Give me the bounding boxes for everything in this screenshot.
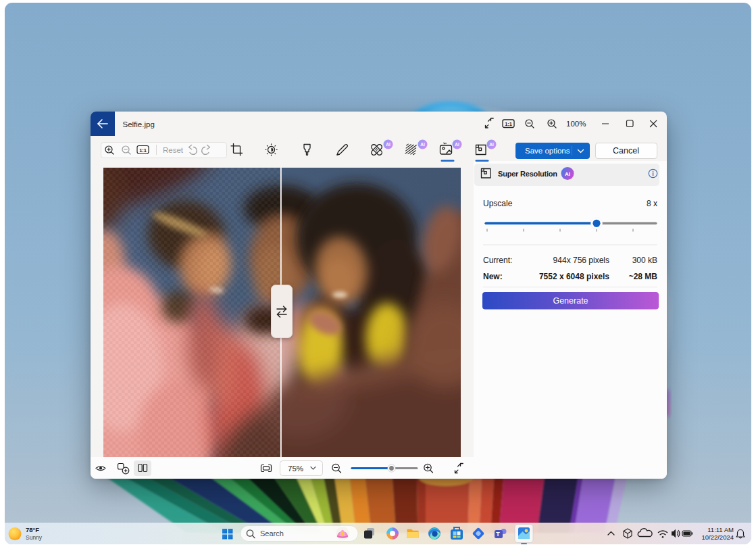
svg-text:AI: AI: [565, 171, 570, 177]
svg-text:Sunny: Sunny: [26, 534, 43, 541]
svg-text:New:: New:: [483, 272, 503, 281]
svg-text:Generate: Generate: [553, 296, 588, 306]
svg-text:Super Resolution: Super Resolution: [498, 170, 557, 178]
svg-text:AI: AI: [420, 142, 425, 147]
svg-text:Reset: Reset: [163, 146, 184, 154]
svg-text:i: i: [652, 170, 654, 177]
svg-text:10/22/2024: 10/22/2024: [701, 533, 734, 541]
svg-text:Save options: Save options: [525, 147, 570, 155]
svg-text:AI: AI: [489, 142, 494, 147]
svg-text:8 x: 8 x: [646, 199, 657, 208]
svg-text:1:1: 1:1: [505, 121, 512, 127]
svg-text:944x 756 pixels: 944x 756 pixels: [553, 256, 609, 265]
svg-text:T: T: [496, 531, 500, 538]
svg-text:~28 MB: ~28 MB: [628, 272, 657, 281]
svg-text:7552 x 6048 pixels: 7552 x 6048 pixels: [538, 272, 609, 281]
svg-text:AI: AI: [455, 142, 459, 147]
svg-text:75%: 75%: [288, 465, 303, 473]
svg-text:Search: Search: [260, 529, 284, 538]
svg-text:1:1: 1:1: [139, 147, 147, 153]
svg-text:100%: 100%: [566, 120, 586, 128]
svg-text:78°F: 78°F: [26, 526, 39, 533]
svg-text:300 kB: 300 kB: [632, 256, 657, 265]
svg-text:11:11 AM: 11:11 AM: [707, 526, 734, 533]
svg-text:Current:: Current:: [483, 256, 512, 265]
svg-text:Upscale: Upscale: [483, 199, 513, 208]
svg-text:AI: AI: [386, 142, 390, 147]
